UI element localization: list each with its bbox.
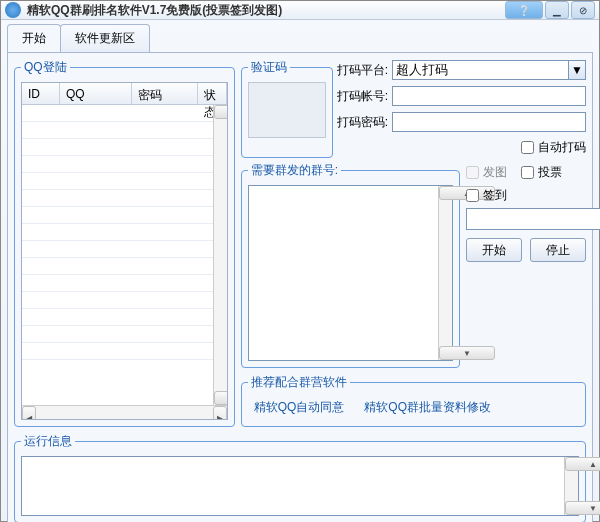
group-textarea[interactable] — [249, 186, 438, 360]
window-buttons: ❔ ▁ ⊘ — [505, 1, 595, 19]
content-panel: QQ登陆 ID QQ 密码 状态 — [7, 52, 593, 522]
path-input[interactable] — [466, 208, 600, 230]
send-image-checkbox[interactable] — [466, 166, 479, 179]
qq-login-group: QQ登陆 ID QQ 密码 状态 — [14, 59, 235, 427]
account-table[interactable]: ID QQ 密码 状态 — [21, 82, 228, 420]
recommend-link-2[interactable]: 精软QQ群批量资料修改 — [364, 399, 491, 416]
account-input[interactable] — [392, 86, 586, 106]
runinfo-vscroll[interactable]: ▲ ▼ — [564, 457, 578, 515]
scroll-up-icon[interactable]: ▲ — [214, 105, 228, 119]
col-pwd[interactable]: 密码 — [132, 83, 198, 104]
table-vscroll[interactable]: ▲ ▼ — [213, 105, 227, 405]
group-legend: 需要群发的群号: — [248, 162, 341, 179]
recommend-link-1[interactable]: 精软QQ自动同意 — [254, 399, 345, 416]
app-logo-icon — [5, 2, 21, 18]
platform-panel: 打码平台: ▼ 打码帐号: 打码密码: — [337, 59, 586, 158]
table-hscroll[interactable]: ◀ ▶ — [22, 405, 227, 419]
run-info-textarea[interactable] — [22, 457, 564, 515]
platform-select[interactable] — [392, 60, 568, 80]
group-numbers-group: 需要群发的群号: ▲ ▼ — [241, 162, 460, 368]
auto-captcha-label: 自动打码 — [538, 139, 586, 156]
password-label: 打码密码: — [337, 114, 388, 131]
run-info-group: 运行信息 ▲ ▼ — [14, 433, 586, 522]
vote-label: 投票 — [538, 164, 562, 181]
window-title: 精软QQ群刷排名软件V1.7免费版(投票签到发图) — [27, 2, 505, 19]
captcha-image — [248, 82, 326, 138]
close-button[interactable]: ⊘ — [571, 1, 595, 19]
vote-checkbox[interactable] — [521, 166, 534, 179]
group-vscroll[interactable]: ▲ ▼ — [438, 186, 452, 360]
qq-login-legend: QQ登陆 — [21, 59, 70, 76]
options-panel: 发图 投票 签到 ... 开始 停止 — [466, 162, 586, 368]
platform-label: 打码平台: — [337, 62, 388, 79]
scroll-down-icon[interactable]: ▼ — [214, 391, 228, 405]
col-id[interactable]: ID — [22, 83, 60, 104]
col-status[interactable]: 状态 — [198, 83, 227, 104]
auto-captcha-checkbox[interactable] — [521, 141, 534, 154]
scroll-up-icon[interactable]: ▲ — [565, 457, 600, 471]
minimize-button[interactable]: ▁ — [545, 1, 569, 19]
captcha-group: 验证码 — [241, 59, 333, 158]
start-button[interactable]: 开始 — [466, 238, 522, 262]
send-image-label: 发图 — [483, 164, 507, 181]
account-label: 打码帐号: — [337, 88, 388, 105]
captcha-legend: 验证码 — [248, 59, 290, 76]
run-info-legend: 运行信息 — [21, 433, 75, 450]
scroll-right-icon[interactable]: ▶ — [213, 406, 227, 420]
tab-start[interactable]: 开始 — [7, 24, 61, 52]
checkin-checkbox[interactable] — [466, 189, 479, 202]
col-qq[interactable]: QQ — [60, 83, 132, 104]
recommend-legend: 推荐配合群营软件 — [248, 374, 350, 391]
chevron-down-icon[interactable]: ▼ — [568, 60, 586, 80]
main-window: 精软QQ群刷排名软件V1.7免费版(投票签到发图) ❔ ▁ ⊘ 开始 软件更新区… — [0, 0, 600, 522]
password-input[interactable] — [392, 112, 586, 132]
recommend-group: 推荐配合群营软件 精软QQ自动同意 精软QQ群批量资料修改 — [241, 374, 586, 427]
checkin-label: 签到 — [483, 187, 507, 204]
table-header: ID QQ 密码 状态 — [22, 83, 227, 105]
scroll-left-icon[interactable]: ◀ — [22, 406, 36, 420]
scroll-down-icon[interactable]: ▼ — [565, 501, 600, 515]
help-button[interactable]: ❔ — [505, 1, 543, 19]
titlebar: 精软QQ群刷排名软件V1.7免费版(投票签到发图) ❔ ▁ ⊘ — [1, 1, 599, 20]
tab-update[interactable]: 软件更新区 — [60, 24, 150, 52]
table-body[interactable] — [22, 105, 213, 369]
tabs: 开始 软件更新区 — [1, 20, 599, 52]
stop-button[interactable]: 停止 — [530, 238, 586, 262]
